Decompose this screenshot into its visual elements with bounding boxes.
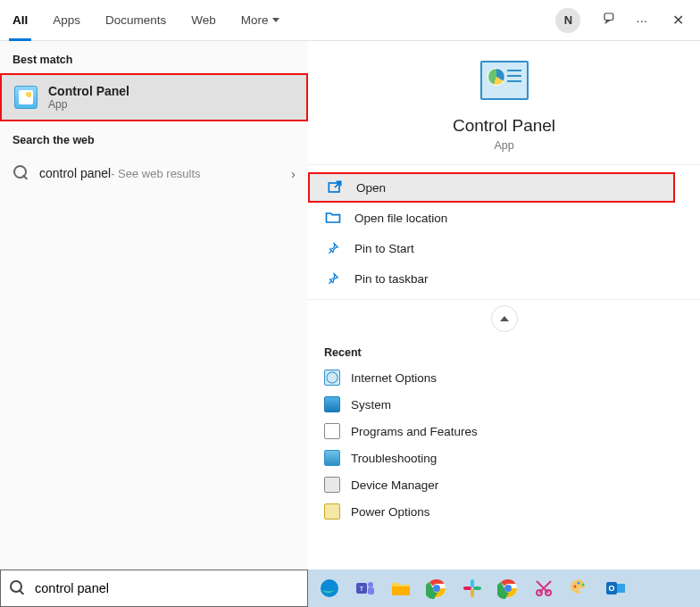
divider (308, 299, 700, 300)
chevron-down-icon (272, 18, 279, 22)
recent-item-label: System (351, 398, 391, 412)
svg-point-4 (368, 582, 373, 587)
tab-web[interactable]: Web (179, 0, 229, 41)
tab-more[interactable]: More (229, 0, 292, 41)
taskbar-file-explorer-icon[interactable] (385, 572, 417, 604)
recent-item-label: Troubleshooting (351, 452, 437, 465)
svg-rect-13 (463, 586, 471, 590)
taskbar-outlook-icon[interactable]: O (599, 572, 631, 604)
svg-point-2 (321, 579, 338, 597)
svg-rect-10 (471, 579, 474, 587)
action-open-loc-label: Open file location (354, 212, 447, 225)
taskbar-snip-icon[interactable] (528, 572, 560, 604)
search-input[interactable] (35, 581, 298, 595)
action-open-file-location[interactable]: Open file location (308, 203, 700, 233)
svg-text:O: O (608, 584, 614, 593)
taskbar-slack-icon[interactable] (456, 572, 488, 604)
recent-item-troubleshooting[interactable]: Troubleshooting (308, 445, 700, 471)
action-open[interactable]: Open (308, 172, 675, 203)
svg-point-19 (578, 582, 580, 585)
recent-item-label: Power Options (351, 505, 430, 519)
action-open-label: Open (356, 181, 386, 195)
taskbar-paint-icon[interactable] (563, 572, 596, 604)
search-icon (12, 164, 30, 182)
control-panel-icon (14, 86, 38, 109)
recent-item-internet-options[interactable]: Internet Options (308, 364, 700, 391)
more-options-icon[interactable]: ··· (627, 12, 656, 28)
control-panel-large-icon (480, 61, 529, 100)
taskbar-edge-icon[interactable] (313, 572, 346, 604)
best-match-item[interactable]: Control Panel App (0, 73, 308, 121)
svg-rect-12 (471, 589, 474, 597)
best-match-title: Control Panel (48, 84, 129, 98)
close-button[interactable]: ✕ (656, 12, 700, 29)
svg-point-9 (433, 585, 440, 592)
svg-text:T: T (360, 585, 364, 593)
tab-documents[interactable]: Documents (93, 0, 179, 41)
best-match-text: Control Panel App (48, 84, 129, 111)
pin-icon (324, 272, 342, 285)
web-query-hint: - See web results (111, 167, 200, 180)
recent-item-power-options[interactable]: Power Options (308, 498, 700, 525)
globe-icon (324, 370, 340, 386)
recent-item-device-manager[interactable]: Device Manager (308, 471, 700, 498)
search-bar[interactable] (0, 570, 308, 607)
taskbar: T O (308, 570, 700, 607)
search-web-item[interactable]: control panel - See web results › (0, 154, 308, 193)
svg-point-18 (574, 586, 577, 588)
action-pin-taskbar-label: Pin to taskbar (354, 272, 429, 286)
detail-actions: Open Open file location Pin to Start (308, 165, 700, 294)
system-icon (324, 396, 340, 412)
folder-icon (324, 209, 342, 227)
best-match-label: Best match (0, 41, 308, 73)
pin-icon (324, 242, 342, 254)
action-pin-start-label: Pin to Start (354, 242, 414, 255)
search-body: Best match Control Panel App Search the … (0, 41, 700, 570)
search-filter-tabs: All Apps Documents Web More N ··· ✕ (0, 0, 700, 41)
action-pin-to-start[interactable]: Pin to Start (308, 233, 700, 263)
taskbar-chrome-icon[interactable] (421, 572, 453, 604)
recent-item-programs[interactable]: Programs and Features (308, 418, 700, 445)
recent-label: Recent (308, 337, 700, 364)
svg-rect-7 (392, 586, 410, 595)
device-manager-icon (324, 477, 340, 493)
best-match-sub: App (48, 98, 129, 111)
open-icon (326, 179, 344, 196)
svg-rect-23 (617, 584, 625, 593)
chevron-up-icon (500, 316, 509, 321)
recent-item-system[interactable]: System (308, 391, 700, 418)
svg-rect-5 (368, 587, 374, 595)
web-query-text: control panel (39, 166, 111, 180)
feedback-icon[interactable] (593, 11, 627, 29)
troubleshooting-icon (324, 450, 340, 466)
taskbar-chrome2-icon[interactable] (492, 572, 524, 604)
tab-more-label: More (241, 13, 269, 27)
search-web-label: Search the web (0, 121, 308, 154)
tab-all[interactable]: All (0, 0, 40, 41)
power-icon (324, 503, 340, 520)
recent-item-label: Internet Options (351, 371, 437, 385)
detail-pane: Control Panel App Open Open file locatio… (308, 41, 700, 570)
recent-item-label: Device Manager (351, 478, 438, 492)
svg-point-15 (504, 585, 512, 592)
svg-point-20 (582, 584, 585, 586)
svg-rect-0 (604, 13, 613, 21)
user-avatar[interactable]: N (555, 8, 580, 33)
tab-apps[interactable]: Apps (40, 0, 93, 41)
programs-icon (324, 423, 340, 439)
action-pin-to-taskbar[interactable]: Pin to taskbar (308, 263, 700, 294)
detail-subtype: App (308, 139, 700, 152)
detail-header: Control Panel App (308, 41, 700, 165)
detail-title: Control Panel (308, 116, 700, 136)
search-icon (10, 580, 26, 596)
windows-search-panel: All Apps Documents Web More N ··· ✕ Best… (0, 0, 700, 607)
chevron-right-icon: › (291, 166, 296, 181)
svg-rect-11 (473, 586, 481, 590)
taskbar-teams-icon[interactable]: T (349, 572, 381, 604)
results-column: Best match Control Panel App Search the … (0, 41, 308, 570)
recent-item-label: Programs and Features (351, 425, 478, 438)
expand-toggle[interactable] (491, 305, 518, 332)
